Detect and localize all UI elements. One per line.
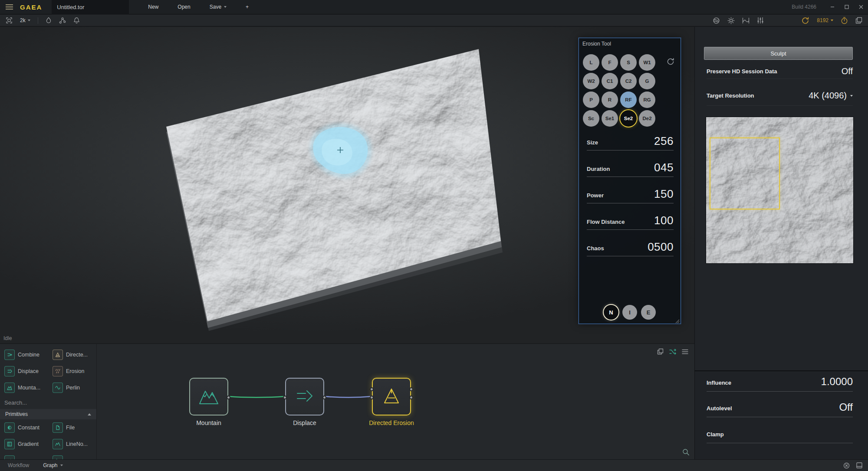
brush-P-button[interactable]: P [583,92,599,108]
mode-E-button[interactable]: E [641,305,656,320]
output-port[interactable] [409,396,413,399]
node-displace[interactable]: Displace [285,378,324,415]
power-value[interactable]: 150 [654,187,674,201]
brush-RG-button[interactable]: RG [639,92,655,108]
duration-value[interactable]: 045 [654,161,674,174]
viewport-resolution-dropdown[interactable]: 2k [20,17,30,23]
sun-light-icon[interactable] [727,17,735,24]
search-input[interactable] [4,399,85,406]
workflow-tab[interactable]: Workflow [8,462,29,468]
size-value[interactable]: 256 [654,134,674,148]
water-drop-icon[interactable] [46,17,52,24]
maximize-button[interactable] [839,0,854,14]
resize-handle[interactable] [674,317,680,323]
node-mountain[interactable]: Mountain [189,378,228,415]
brush-C2-button[interactable]: C2 [620,73,637,89]
brush-G-button[interactable]: G [639,73,655,89]
brush-W2-button[interactable]: W2 [583,73,599,89]
node-displace-box[interactable] [285,378,324,415]
output-port[interactable] [322,396,326,399]
refresh-brush-icon[interactable] [665,56,676,68]
dismiss-circle-icon[interactable] [843,462,850,469]
input-port[interactable] [370,387,374,391]
frame-viewport-icon[interactable] [6,17,13,24]
palette-item-gradient[interactable]: Gradient [0,439,48,449]
palette-item-linenoise[interactable]: LineNo... [48,439,96,449]
brush-grid: L F S W1 W2 C1 C2 G P R RF RG Sc Se1 Se2… [583,54,655,127]
sculpt-header-button[interactable]: Sculpt [704,47,853,60]
erosion-icon [53,366,63,376]
influence-value[interactable]: 1.0000 [821,376,853,388]
node-mountain-box[interactable] [189,378,228,415]
view-mode-dropdown[interactable]: Graph [43,462,63,468]
close-button[interactable] [854,0,868,14]
refresh-bake-icon[interactable] [801,16,809,25]
brush-R-button[interactable]: R [602,92,618,108]
zoom-graph-icon[interactable] [682,448,690,456]
brush-F-button[interactable]: F [602,54,618,71]
node-network-icon[interactable] [59,17,66,24]
titlebar-right: Build 4266 [792,0,868,14]
viewport-3d[interactable]: Idle Erosion Tool L F S W1 W2 C1 C2 G P … [0,27,694,343]
graph-list-icon[interactable] [682,349,688,354]
mode-N-button[interactable]: N [604,305,618,320]
range-curve-icon[interactable] [742,17,750,24]
target-resolution-dropdown[interactable]: 4K (4096) [809,91,853,101]
brush-W1-button[interactable]: W1 [639,54,655,71]
shuffle-connections-icon[interactable] [669,349,676,355]
palette-item-file[interactable]: File [48,422,96,433]
autolevel-toggle[interactable]: Off [839,401,853,413]
add-tab-button[interactable]: + [236,0,258,14]
chevron-up-icon [88,413,91,415]
preserve-hd-toggle[interactable]: Off [842,66,853,76]
node-directed-erosion-box[interactable] [372,378,411,415]
chaos-value[interactable]: 0500 [648,240,674,254]
power-field: Power 150 [587,177,674,203]
brush-RF-button[interactable]: RF [620,92,637,108]
duplicate-node-icon[interactable] [657,348,664,355]
input-port[interactable] [283,396,287,399]
duration-label: Duration [587,166,610,174]
palette-item-displace[interactable]: Displace [0,366,48,376]
palette-item-perlin[interactable]: Perlin [48,383,96,393]
bell-icon[interactable] [73,17,80,24]
palette-item-mountain[interactable]: Mounta... [0,383,48,393]
primitives-section-header[interactable]: Primitives [0,409,96,419]
brush-S-button[interactable]: S [620,54,637,71]
heightmap-preview[interactable] [706,117,854,264]
brush-L-button[interactable]: L [583,54,599,71]
flow-distance-value[interactable]: 100 [654,214,674,227]
palette-item-directed-erosion[interactable]: Directe... [48,350,96,360]
document-tab[interactable]: Untitled.tor [52,0,129,14]
clamp-label: Clamp [707,431,724,439]
output-port[interactable] [409,387,413,391]
primitives-label: Primitives [5,411,28,417]
influence-label: Influence [707,379,731,388]
palette-item-erosion[interactable]: Erosion [48,366,96,376]
water-level-icon[interactable] [713,17,720,24]
output-port[interactable] [227,396,230,399]
open-button[interactable]: Open [168,0,200,14]
toggle-panel-icon[interactable] [856,462,862,468]
input-port[interactable] [370,396,374,399]
new-button[interactable]: New [138,0,168,14]
chevron-down-icon [60,464,63,466]
gradient-icon [4,439,15,449]
minimize-button[interactable] [825,0,839,14]
bake-resolution-dropdown[interactable]: 8192 [817,17,833,23]
file-menu: New Open Save + [138,0,258,14]
palette-item-combine[interactable]: Combine [0,350,48,360]
graph-panel[interactable]: Mountain Displace [0,343,694,459]
save-button[interactable]: Save [200,0,236,14]
chaos-field: Chaos 0500 [587,230,674,256]
mode-I-button[interactable]: I [622,305,637,320]
layers-cube-icon[interactable] [855,17,862,24]
sculpt-region-rect[interactable] [710,137,780,209]
sliders-icon[interactable] [757,17,764,24]
palette-item-constant[interactable]: Constant [0,422,48,433]
brush-C1-button[interactable]: C1 [602,73,618,89]
hamburger-menu-icon[interactable] [0,0,18,14]
timer-icon[interactable] [841,17,848,24]
erosion-fields: Size 256 Duration 045 Power 150 Flow Dis… [587,124,674,256]
node-directed-erosion[interactable]: Directed Erosion [372,378,411,415]
